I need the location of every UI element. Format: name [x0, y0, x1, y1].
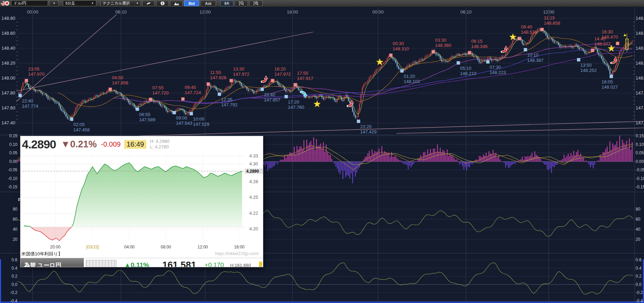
pair-select-caret-button[interactable]: ▼	[49, 0, 59, 6]
time-axis-label: 06:10	[115, 9, 127, 15]
fx-ticker-row: 為替 ユーロ円 ▲0.11% 161.581 +0.170 H:161.660	[21, 258, 263, 267]
info-icon	[160, 1, 165, 6]
ticker-calendar-strip	[86, 260, 116, 267]
yield-time-label: 20:00	[50, 245, 61, 249]
price-axis-label: 148.80	[1, 16, 15, 21]
currency-flags-icon	[1, 1, 10, 6]
chevron-down-icon: ▼	[91, 2, 94, 5]
price-axis-label: 147.6	[636, 105, 644, 110]
time-axis-label: 00:00	[27, 9, 39, 15]
price-marker	[591, 49, 594, 52]
indicator-axis-label: 0.00	[3, 159, 17, 164]
price-marker	[190, 112, 193, 115]
indicator-axis-label: -0.05	[636, 167, 644, 172]
indicator-axis-label: -0.15	[636, 185, 644, 189]
price-marker	[293, 83, 297, 87]
time-axis-label: 12:00	[543, 9, 555, 15]
price-axis-label: 148.60	[1, 31, 15, 36]
price-annotation: 06:15 148.346	[471, 39, 488, 49]
technical-select[interactable]: テクニカル選択 ▼	[100, 0, 141, 6]
indicator-axis-label: 0.15	[636, 133, 644, 138]
yield-popup: 4.2890 ▼0.21% -0.009 16:49 H: 4.2980 L: …	[20, 136, 263, 267]
indicator-axis-label: 0.0	[3, 282, 17, 287]
mountain-icon	[174, 1, 179, 5]
price-annotation: 01:20 148.102	[404, 74, 420, 84]
svg-text:4.28: 4.28	[249, 179, 258, 184]
price-annotation: 12:35 147.792	[221, 97, 238, 107]
price-marker	[149, 98, 152, 101]
yield-time-label: 08:00	[161, 245, 171, 249]
indicator-axis-label: 40	[636, 227, 640, 232]
indicator-axis-label: -0.05	[3, 167, 17, 172]
bid-button-label: Bid	[188, 1, 195, 6]
pair-select[interactable]: ドル/円	[11, 0, 48, 6]
price-annotation: 13:50 148.252	[580, 63, 597, 73]
chart-style-button[interactable]	[170, 0, 183, 6]
candlestick-icon	[224, 1, 230, 6]
ticker-high: H:161.660	[230, 263, 251, 268]
chevron-down-icon: ▼	[136, 2, 139, 5]
indicator-axis-label: 0.0	[636, 282, 642, 287]
ticker-change-value: +0.170	[204, 262, 224, 268]
trading-app-window: ドル/円 ▼ 5分足 ▼ テクニカル選択 ▼	[0, 0, 644, 303]
price-annotation: 03:30 148.360	[435, 38, 451, 48]
price-annotation: 16:05 148.027	[602, 79, 618, 90]
price-marker	[136, 107, 139, 111]
price-marker	[207, 82, 210, 86]
price-axis-label: 148.8	[636, 16, 644, 21]
price-annotation: 09:40 148.536	[521, 24, 537, 35]
source-url-link[interactable]: https://nikkei225jp.com/	[215, 251, 259, 256]
indicator-axis-label: 0.05	[3, 150, 17, 155]
svg-text:4.2890: 4.2890	[246, 169, 259, 174]
candle-display-button[interactable]	[220, 0, 233, 6]
yield-time-label: 04:00	[124, 245, 135, 249]
price-marker	[389, 54, 393, 57]
yield-time-label: [03/15]	[86, 245, 99, 249]
price-annotation: 05:10 148.210	[460, 66, 476, 76]
price-annotation: 09:45 147.724	[185, 85, 201, 95]
toolbar: ドル/円 ▼ 5分足 ▼ テクニカル選択 ▼	[0, 0, 644, 7]
price-annotation: 02:05 147.458	[73, 122, 90, 132]
indicator-axis-label: 80	[636, 207, 640, 212]
star-marker-icon: ★	[313, 100, 321, 107]
ask-button[interactable]: Ask	[201, 0, 216, 6]
price-axis-label: 148.20	[1, 60, 15, 66]
bid-button[interactable]: Bid	[184, 0, 199, 6]
indicator-axis-label: 0.6	[3, 257, 17, 262]
price-annotation: 09:00 147.543	[176, 115, 192, 126]
svg-text:4.20: 4.20	[249, 226, 258, 231]
zoom-out-button[interactable]	[235, 0, 248, 6]
price-axis-label: 148.0	[636, 75, 644, 81]
indicator-axis-label: -0.4	[3, 298, 17, 303]
price-axis-label: 148.00	[1, 75, 15, 81]
info-button[interactable]	[156, 0, 169, 6]
indicator-axis-label: -0.2	[3, 290, 17, 295]
price-marker	[357, 120, 360, 123]
indicator-axis-label: 60	[3, 217, 17, 222]
price-marker	[271, 79, 274, 82]
price-annotation: 10:00 147.529	[193, 116, 209, 127]
ticker-price: 161.581	[162, 260, 196, 268]
price-axis-label: 147.8	[636, 90, 644, 96]
yield-time-label: 16:00	[234, 245, 244, 249]
technical-select-label: テクニカル選択	[103, 1, 130, 6]
ticker-change-percent: ▲0.11%	[124, 261, 149, 267]
star-marker-icon: ★	[376, 58, 384, 65]
timeframe-select[interactable]: 5分足 ▼	[63, 0, 96, 6]
price-marker	[25, 79, 28, 82]
chevron-down-icon: ▼	[53, 2, 56, 5]
price-marker	[181, 97, 185, 101]
indicator-axis-label: -0.10	[636, 176, 644, 181]
price-marker	[108, 88, 112, 91]
price-annotation: 07:55 147.720	[152, 85, 169, 96]
ticker-pair-name: 為替 ユーロ円	[21, 258, 84, 267]
price-annotation: 16:20 147.972	[274, 66, 291, 77]
timeframe-select-value: 5分足	[65, 1, 75, 6]
price-annotation: 11:15 148.658	[544, 15, 560, 26]
draw-tool-button[interactable]	[142, 0, 155, 6]
price-annotation: 23:05 147.970	[28, 66, 45, 77]
price-axis-label: 148.40	[1, 46, 15, 51]
time-axis-label: 00:00	[372, 9, 384, 15]
price-marker	[610, 75, 613, 78]
zoom-in-button[interactable]	[249, 0, 263, 6]
